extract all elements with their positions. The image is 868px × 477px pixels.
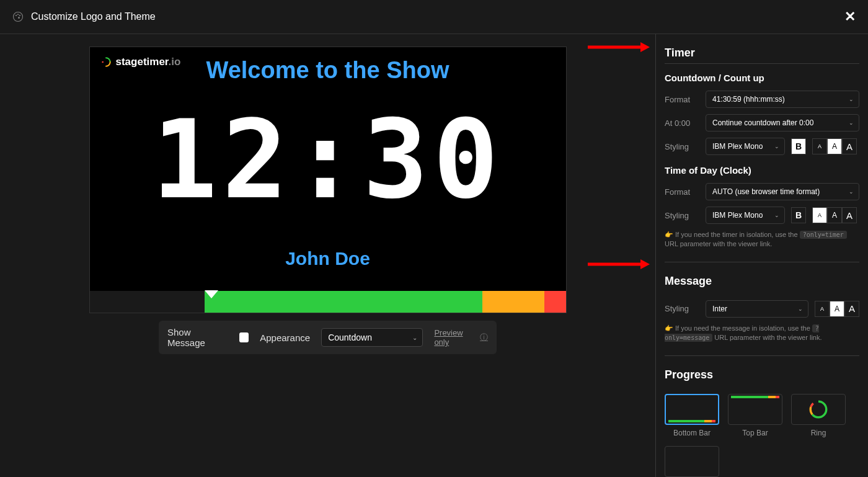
message-styling-row: Styling Inter ⌄ A A A bbox=[665, 300, 859, 318]
logo-text: stagetimer.io bbox=[116, 56, 181, 68]
countdown-size-group: A A A bbox=[812, 138, 857, 154]
chevron-down-icon: ⌄ bbox=[774, 212, 779, 218]
clock-heading: Time of Day (Clock) bbox=[665, 165, 859, 176]
show-message-label: Show Message bbox=[167, 327, 228, 348]
progress-options: Bottom Bar Top Bar Ring Hidden bbox=[665, 394, 859, 477]
size-large-button[interactable]: A bbox=[842, 207, 857, 223]
preview-controls: Show Message Appearance Countdown ⌄ Prev… bbox=[159, 321, 497, 354]
size-small-button[interactable]: A bbox=[812, 138, 827, 154]
svg-point-4 bbox=[18, 17, 20, 19]
progress-option-bottom-bar[interactable]: Bottom Bar bbox=[665, 394, 719, 437]
progress-bar bbox=[90, 291, 566, 313]
info-icon: ⓘ bbox=[480, 332, 488, 343]
timer-display: 12:30 bbox=[90, 105, 566, 214]
close-icon[interactable]: ✕ bbox=[844, 9, 856, 25]
annotation-arrow bbox=[588, 41, 650, 53]
show-message-checkbox[interactable] bbox=[239, 332, 249, 342]
logo-icon bbox=[101, 57, 111, 67]
message-size-group: A A A bbox=[815, 301, 859, 317]
progress-option-top-bar[interactable]: Top Bar bbox=[728, 394, 782, 437]
countdown-heading: Countdown / Count up bbox=[665, 73, 859, 83]
timer-preview: stagetimer.io Welcome to the Show 12:30 … bbox=[89, 47, 567, 313]
bold-button[interactable]: B bbox=[791, 138, 806, 154]
message-font-select[interactable]: Inter ⌄ bbox=[706, 300, 808, 318]
size-small-button[interactable]: A bbox=[815, 301, 830, 317]
message-tip: 👉 If you need the message in isolation, … bbox=[665, 324, 859, 343]
preview-area: stagetimer.io Welcome to the Show 12:30 … bbox=[0, 34, 655, 477]
section-message-title: Message bbox=[665, 275, 859, 292]
preview-only-link[interactable]: Preview only ⓘ bbox=[434, 328, 488, 347]
chevron-down-icon: ⌄ bbox=[849, 120, 854, 126]
clock-font-select[interactable]: IBM Plex Mono ⌄ bbox=[706, 207, 785, 224]
svg-marker-10 bbox=[640, 42, 650, 52]
svg-marker-12 bbox=[640, 259, 650, 269]
size-large-button[interactable]: A bbox=[842, 138, 857, 154]
section-divider bbox=[665, 355, 859, 356]
svg-point-3 bbox=[19, 15, 20, 16]
progress-marker bbox=[205, 290, 218, 298]
countdown-format-select[interactable]: 41:30:59 (hhh:mm:ss) ⌄ bbox=[706, 91, 859, 108]
section-timer-title: Timer bbox=[665, 47, 859, 64]
countdown-font-select[interactable]: IBM Plex Mono ⌄ bbox=[706, 138, 785, 155]
chevron-down-icon: ⌄ bbox=[849, 189, 854, 195]
clock-styling-row: Styling IBM Plex Mono ⌄ B A A A bbox=[665, 207, 859, 224]
chevron-down-icon: ⌄ bbox=[849, 96, 854, 102]
appearance-select[interactable]: Countdown ⌄ bbox=[321, 328, 423, 347]
svg-point-5 bbox=[102, 61, 104, 63]
countdown-styling-row: Styling IBM Plex Mono ⌄ B A A A bbox=[665, 138, 859, 155]
size-medium-button[interactable]: A bbox=[827, 138, 842, 154]
at-zero-select[interactable]: Continue countdown after 0:00 ⌄ bbox=[706, 114, 859, 132]
countdown-format-row: Format 41:30:59 (hhh:mm:ss) ⌄ bbox=[665, 91, 859, 108]
svg-point-2 bbox=[17, 14, 19, 15]
size-large-button[interactable]: A bbox=[844, 301, 859, 317]
timer-tip: 👉 If you need the timer in isolation, us… bbox=[665, 230, 859, 249]
page-title: Customize Logo and Theme bbox=[31, 11, 156, 22]
progress-option-ring[interactable]: Ring bbox=[791, 394, 846, 437]
chevron-down-icon: ⌄ bbox=[774, 143, 779, 149]
header-left: Customize Logo and Theme bbox=[12, 11, 156, 22]
palette-icon bbox=[12, 11, 24, 22]
at-zero-row: At 0:00 Continue countdown after 0:00 ⌄ bbox=[665, 114, 859, 132]
page-header: Customize Logo and Theme ✕ bbox=[0, 0, 868, 34]
main-layout: stagetimer.io Welcome to the Show 12:30 … bbox=[0, 34, 868, 477]
clock-format-row: Format AUTO (use browser time format) ⌄ bbox=[665, 183, 859, 200]
appearance-label: Appearance bbox=[260, 332, 310, 343]
logo: stagetimer.io bbox=[90, 47, 192, 77]
chevron-down-icon: ⌄ bbox=[798, 306, 803, 312]
svg-point-1 bbox=[16, 15, 17, 16]
bold-button[interactable]: B bbox=[791, 207, 806, 223]
size-medium-button[interactable]: A bbox=[827, 207, 842, 223]
clock-format-select[interactable]: AUTO (use browser time format) ⌄ bbox=[706, 183, 859, 200]
section-divider bbox=[665, 262, 859, 262]
chevron-down-icon: ⌄ bbox=[412, 334, 417, 341]
size-small-button[interactable]: A bbox=[812, 207, 827, 223]
clock-bold-toggle: B bbox=[791, 207, 806, 223]
section-progress-title: Progress bbox=[665, 368, 859, 385]
countdown-bold-toggle: B bbox=[791, 138, 806, 154]
progress-option-hidden[interactable]: Hidden bbox=[665, 446, 719, 477]
settings-sidebar: Timer Countdown / Count up Format 41:30:… bbox=[655, 34, 868, 477]
svg-point-0 bbox=[14, 12, 23, 22]
clock-size-group: A A A bbox=[812, 207, 857, 223]
size-medium-button[interactable]: A bbox=[830, 301, 844, 317]
annotation-arrow bbox=[588, 258, 650, 270]
speaker-name: John Doe bbox=[90, 248, 566, 269]
